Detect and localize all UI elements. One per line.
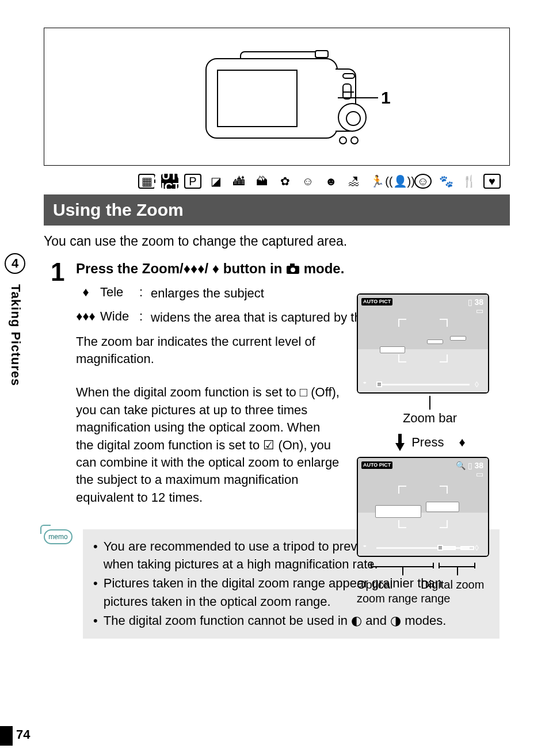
- tele-icon: ♦: [76, 285, 96, 300]
- callout-number: 1: [381, 88, 391, 108]
- memo-item-text: The digital zoom function cannot be used…: [104, 612, 447, 629]
- food-icon: 🍴: [460, 174, 478, 189]
- kids-icon: ☻: [322, 174, 340, 189]
- wide-icon: ♦♦♦: [76, 309, 96, 324]
- step-heading: Press the Zoom/♦♦♦/ ♦ button in mode.: [76, 259, 509, 278]
- camera-icon: [286, 263, 300, 274]
- zoom-lever-icon: [342, 73, 355, 79]
- optical-range-label: Optical zoom range: [357, 578, 421, 605]
- range-indicators: [357, 558, 503, 575]
- surf-icon: 🏖: [345, 174, 363, 189]
- camera-illustration: 1: [44, 28, 510, 166]
- memo-label: memo: [44, 529, 73, 544]
- chapter-number: 4: [5, 253, 25, 274]
- memory-icon: ▯: [468, 461, 472, 470]
- memo-item: •The digital zoom function cannot be use…: [93, 612, 489, 629]
- tele-icon: ♦: [459, 435, 466, 450]
- zoom-bar-caption: Zoom bar: [357, 411, 503, 426]
- sport-icon: 🏃: [368, 174, 386, 189]
- landscape-icon: 🏔: [253, 174, 270, 189]
- pet-icon: 🐾: [437, 174, 455, 189]
- tele-icon: ♦: [212, 261, 219, 276]
- flower-icon: ✿: [276, 174, 293, 189]
- shots-remaining: 38: [474, 297, 483, 307]
- zoom-bar: ꤪ ◊: [367, 544, 479, 551]
- zoom-bar: ꤪ ◊: [367, 381, 479, 388]
- camera-drawing: [205, 51, 357, 149]
- press-arrow: Press ♦: [357, 434, 503, 451]
- page-number: 74: [16, 727, 30, 742]
- portrait-icon: ☺: [299, 174, 317, 189]
- scene-icon: ◪: [207, 174, 224, 189]
- step-number: 1: [51, 259, 76, 506]
- mode-badge: AUTO PICT: [361, 461, 392, 469]
- svg-rect-1: [290, 264, 295, 266]
- auto-pict-icon: AUTOPICT: [161, 174, 178, 189]
- chapter-title: Taking Pictures: [8, 284, 23, 386]
- lcd-examples: AUTO PICT ▯ 38 ▭ ꤪ ◊ Zoom bar Press ♦: [357, 293, 503, 605]
- wide-icon: ♦♦♦: [184, 261, 205, 276]
- battery-icon: ▭: [476, 306, 483, 315]
- lcd-screenshot-wide: AUTO PICT ▯ 38 ▭ ꤪ ◊: [357, 293, 489, 394]
- chapter-tab: 4 Taking Pictures: [0, 253, 30, 386]
- wide-label: Wide: [100, 309, 135, 324]
- status-icons: ▯ 38 ▭: [468, 298, 483, 316]
- down-arrow-icon: [394, 434, 406, 451]
- page-footer: 74: [0, 719, 549, 756]
- tele-label: Tele: [100, 285, 135, 300]
- battery-icon: ▭: [476, 469, 483, 479]
- p-icon: P: [184, 174, 201, 189]
- magnifier-icon: 🔍: [456, 461, 466, 470]
- section-heading: Using the Zoom: [44, 194, 510, 226]
- status-icons: 🔍 ▯ 38 ▭: [456, 461, 483, 479]
- night-group-icon: 🏙: [230, 174, 247, 189]
- lcd-screenshot-tele: AUTO PICT 🔍 ▯ 38 ▭ ꤪ ◊: [357, 457, 489, 557]
- tele-end-icon: ◊: [475, 380, 479, 389]
- mode-badge: AUTO PICT: [361, 298, 392, 306]
- face-icon: ☺: [414, 174, 432, 189]
- digital-range-label: Digital zoom range: [421, 578, 503, 605]
- step-heading-mid: /: [204, 261, 208, 276]
- memo-icon: memo: [44, 529, 75, 544]
- intro-text: You can use the zoom to change the captu…: [44, 234, 509, 249]
- digital-zoom-text: When the digital zoom function is set to…: [76, 384, 341, 506]
- grid-icon: ▦: [138, 174, 155, 189]
- step-heading-end: mode.: [300, 261, 344, 276]
- tele-end-icon: ◊: [475, 543, 479, 552]
- press-label: Press: [411, 435, 444, 450]
- shake-reduce-icon: ((👤)): [391, 174, 409, 189]
- memory-icon: ▯: [468, 297, 472, 307]
- step-heading-post: button in: [219, 261, 286, 276]
- mode-icon-strip: ▦ AUTOPICT P ◪ 🏙 🏔 ✿ ☺ ☻ 🏖 🏃 ((👤)) ☺ 🐾 🍴…: [138, 174, 509, 189]
- shots-remaining: 38: [474, 461, 483, 470]
- svg-point-2: [291, 268, 295, 272]
- frame-icon: ♥: [483, 174, 501, 189]
- step-heading-pre: Press the Zoom/: [76, 261, 184, 276]
- zoom-bar-text: The zoom bar indicates the current level…: [76, 333, 341, 368]
